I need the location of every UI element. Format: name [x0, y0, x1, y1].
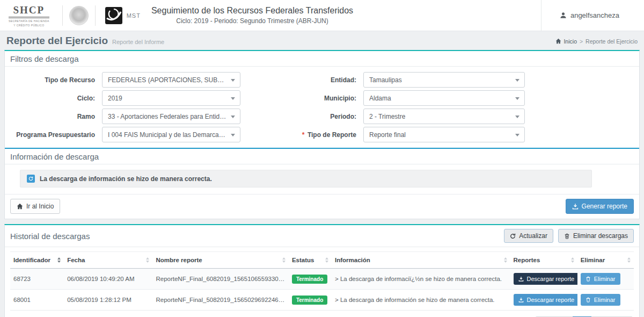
generate-report-label: Generar reporte [582, 203, 627, 210]
ciclo-label: Ciclo: [10, 95, 95, 102]
cell-date: 05/08/2019 1:28:12 PM [64, 290, 152, 311]
shcp-logo-sub2: Y CRÉDITO PÚBLICO [9, 24, 49, 27]
history-section-title: Historial de descargas [10, 232, 90, 241]
col-informacion[interactable]: Información [332, 252, 510, 269]
filters-section-title: Filtros de descarga [5, 51, 639, 67]
cell-report-name: ReporteNF_Final_6082019_1565106559330.zi… [152, 269, 288, 290]
sort-icon [325, 257, 328, 263]
sort-icon [282, 257, 286, 263]
breadcrumb: Inicio > Reporte del Ejercicio [555, 38, 638, 45]
history-header-row: Historial de descargas Actualizar Elimin… [5, 225, 639, 247]
user-icon [560, 12, 567, 19]
col-fecha-label: Fecha [67, 257, 85, 263]
programa-presupuestario-select[interactable]: I 004 FAIS Municipal y de las Demarcacio… [102, 127, 240, 142]
municipio-select[interactable]: Aldama [363, 90, 525, 106]
cell-status: Terminado [289, 290, 332, 311]
chevron-down-icon [515, 116, 519, 118]
mexico-coat-of-arms-logo [69, 6, 89, 25]
col-fecha[interactable]: Fecha [64, 252, 152, 269]
col-reportes-label: Reportes [514, 257, 540, 263]
breadcrumb-home-link[interactable]: Inicio [555, 38, 577, 45]
delete-row-button[interactable]: Eliminar [581, 294, 620, 306]
entidad-label: Entidad: [240, 76, 356, 84]
filter-row: Programa Presupuestario I 004 FAIS Munic… [10, 127, 634, 142]
col-reportes[interactable]: Reportes [510, 252, 577, 269]
periodo-value: 2 - Trimestre [369, 113, 405, 120]
app-subtitle: Ciclo: 2019 - Periodo: Segundo Trimestre… [151, 17, 353, 25]
tipo-de-reporte-select[interactable]: Reporte final [363, 127, 525, 142]
cell-report-name: ReporteNF_Final_5082019_1565029692246.zi… [152, 290, 288, 311]
divider [62, 5, 63, 26]
shcp-logo: SHCP SECRETARÍA DE HACIENDA Y CRÉDITO PÚ… [9, 4, 49, 27]
refresh-label: Actualizar [519, 232, 547, 240]
chevron-down-icon [231, 116, 235, 118]
download-icon [518, 297, 524, 302]
breadcrumb-home-label: Inicio [564, 38, 577, 45]
municipio-label: Municipio: [240, 95, 356, 102]
trash-icon [564, 233, 570, 239]
history-tools: Actualizar Eliminar descargas [504, 229, 634, 243]
table-row: 68723 06/08/2019 10:49:20 AM ReporteNF_F… [10, 269, 634, 290]
filters-actions: Ir al Inicio Generar reporte [5, 194, 639, 219]
table-row: 68001 05/08/2019 1:28:12 PM ReporteNF_Fi… [10, 290, 634, 311]
tipo-de-recurso-select[interactable]: FEDERALES (APORTACIONES, SUBSIDIOS Y CON… [102, 72, 240, 88]
breadcrumb-separator: > [580, 38, 583, 45]
col-eliminar[interactable]: Eliminar [577, 252, 634, 269]
ciclo-select[interactable]: 2019 [102, 90, 240, 106]
delete-downloads-label: Eliminar descargas [573, 232, 628, 240]
filters-panel: Filtros de descarga Tipo de Recurso FEDE… [4, 50, 640, 219]
delete-downloads-button[interactable]: Eliminar descargas [558, 229, 634, 243]
app-title: Seguimiento de los Recursos Federales Tr… [151, 6, 353, 16]
cell-reports: Descargar reporte [510, 269, 577, 290]
filters-form: Tipo de Recurso FEDERALES (APORTACIONES,… [5, 67, 639, 142]
chevron-down-icon [515, 134, 519, 136]
sort-icon [146, 257, 149, 263]
mst-logo-text: MST [127, 12, 141, 19]
pagination-row: Anterior 1 Siguiente [5, 311, 639, 317]
shcp-logo-text: SHCP [9, 4, 49, 18]
status-badge: Terminado [292, 275, 327, 284]
refresh-button[interactable]: Actualizar [504, 229, 553, 243]
download-report-button[interactable]: Descargar reporte [514, 294, 577, 306]
mst-logo-icon [105, 7, 122, 24]
trash-icon [586, 276, 591, 282]
cell-info: > La descarga de información se hizo de … [332, 290, 510, 311]
col-nombre-reporte[interactable]: Nombre reporte [152, 252, 288, 269]
page-subtitle: Reporte del Informe [112, 39, 164, 45]
chevron-down-icon [231, 134, 235, 136]
download-icon [518, 276, 524, 282]
delete-row-button[interactable]: Eliminar [581, 273, 620, 285]
col-identificador[interactable]: Identificador [10, 252, 64, 269]
tipo-de-reporte-label-text: Tipo de Reporte [308, 131, 356, 139]
periodo-select[interactable]: 2 - Trimestre [363, 109, 525, 124]
cell-delete: Eliminar [577, 269, 634, 290]
user-menu[interactable]: angelfsancheza [541, 0, 644, 31]
go-home-button[interactable]: Ir al Inicio [10, 199, 60, 214]
col-eliminar-label: Eliminar [581, 257, 605, 263]
ramo-select[interactable]: 33 - Aportaciones Federales para Entidad… [102, 109, 240, 124]
entidad-value: Tamaulipas [369, 76, 402, 84]
page-title: Reporte del Ejercicio [6, 35, 108, 47]
page-title-bar: Reporte del Ejercicio Reporte del Inform… [0, 31, 644, 50]
delete-row-label: Eliminar [594, 297, 616, 303]
entidad-select[interactable]: Tamaulipas [363, 72, 525, 88]
sort-icon [504, 257, 507, 263]
home-icon [555, 38, 561, 44]
download-icon [572, 203, 579, 210]
col-estatus[interactable]: Estatus [289, 252, 332, 269]
cell-id: 68723 [10, 269, 64, 290]
tipo-de-reporte-value: Reporte final [369, 131, 406, 139]
refresh-icon [27, 175, 35, 183]
generate-report-button[interactable]: Generar reporte [566, 199, 634, 214]
cell-id: 68001 [10, 290, 64, 311]
info-section-title: Información de descarga [5, 149, 639, 164]
sort-icon [571, 257, 574, 263]
download-report-button[interactable]: Descargar reporte [514, 273, 577, 285]
download-status-message: La descarga de información se hizo de ma… [40, 175, 212, 183]
filter-row: Ramo 33 - Aportaciones Federales para En… [10, 109, 634, 124]
sort-icon [57, 257, 61, 263]
download-status-alert: La descarga de información se hizo de ma… [20, 170, 592, 188]
col-informacion-label: Información [335, 257, 370, 263]
app-title-block: Seguimiento de los Recursos Federales Tr… [151, 6, 353, 25]
tipo-de-recurso-label: Tipo de Recurso [10, 76, 95, 84]
